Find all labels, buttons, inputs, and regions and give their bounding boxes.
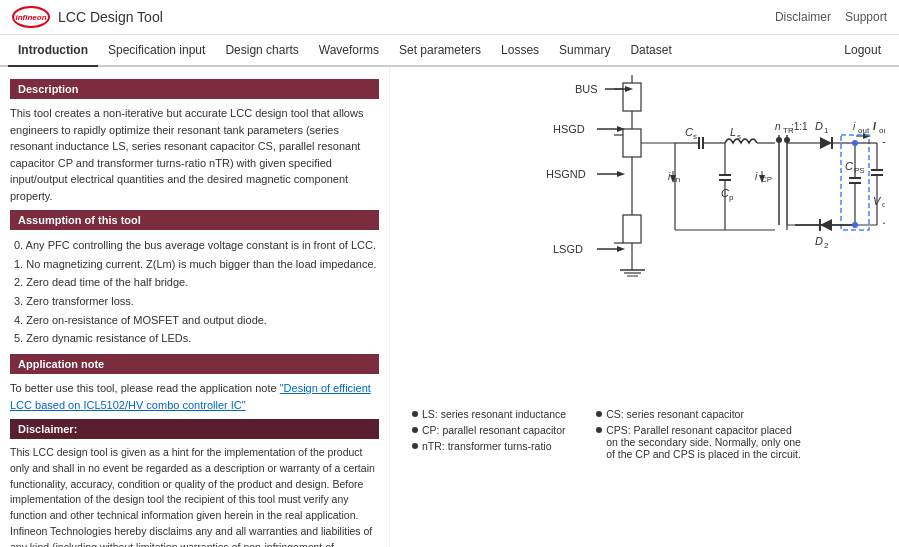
disclaimer-header: Disclaimer: <box>10 419 379 439</box>
right-panel: BUS HSGD HSGND LSGD <box>390 67 899 547</box>
svg-text:o: o <box>882 200 885 209</box>
nav-design-charts[interactable]: Design charts <box>215 35 308 65</box>
main-content: Description This tool creates a non-iter… <box>0 67 899 547</box>
app-title: LCC Design Tool <box>58 9 163 25</box>
nav-losses[interactable]: Losses <box>491 35 549 65</box>
logout-button[interactable]: Logout <box>834 35 891 65</box>
nav-set-parameters[interactable]: Set parameters <box>389 35 491 65</box>
disclaimer-link[interactable]: Disclaimer <box>775 10 831 24</box>
legend-cs-text: CS: series resonant capacitor <box>606 408 744 420</box>
svg-text:HSGD: HSGD <box>553 123 585 135</box>
assumption-0: 0. Any PFC controlling the bus average v… <box>14 236 379 255</box>
svg-text:i: i <box>668 171 671 182</box>
svg-point-98 <box>852 140 858 146</box>
svg-text:D: D <box>815 235 823 247</box>
nav-bar: Introduction Specification input Design … <box>0 35 899 67</box>
legend-ntr-text: nTR: transformer turns-ratio <box>422 440 552 452</box>
svg-marker-95 <box>820 219 832 231</box>
app-note-link[interactable]: "Design of efficient LCC based on ICL510… <box>10 382 371 411</box>
assumption-4: 4. Zero on-resistance of MOSFET and outp… <box>14 311 379 330</box>
description-text: This tool creates a non-iterative but ac… <box>10 105 379 204</box>
svg-text:C: C <box>685 126 693 138</box>
assumptions-list: 0. Any PFC controlling the bus average v… <box>10 236 379 348</box>
support-link[interactable]: Support <box>845 10 887 24</box>
assumption-5: 5. Zero dynamic resistance of LEDs. <box>14 329 379 348</box>
nav-waveforms[interactable]: Waveforms <box>309 35 389 65</box>
svg-text:s: s <box>693 132 697 141</box>
svg-text:i: i <box>853 121 856 132</box>
assumption-1: 1. No magnetizing current. Z(Lm) is much… <box>14 255 379 274</box>
nav-items: Introduction Specification input Design … <box>8 35 682 65</box>
nav-summary[interactable]: Summary <box>549 35 620 65</box>
legend-right: CS: series resonant capacitor CPS: Paral… <box>596 408 806 460</box>
bullet-icon <box>596 427 602 433</box>
svg-text:HSGND: HSGND <box>546 168 586 180</box>
svg-text:C: C <box>845 160 853 172</box>
svg-marker-64 <box>820 137 832 149</box>
nav-dataset[interactable]: Dataset <box>620 35 681 65</box>
svg-text:2: 2 <box>824 241 829 250</box>
svg-text::1:1: :1:1 <box>791 121 808 132</box>
svg-text:i: i <box>755 171 758 182</box>
circuit-legend: LS: series resonant inductance CP: paral… <box>402 408 806 460</box>
nav-introduction[interactable]: Introduction <box>8 35 98 67</box>
svg-text:BUS: BUS <box>575 83 598 95</box>
assumption-2: 2. Zero dead time of the half bridge. <box>14 273 379 292</box>
header: infineon LCC Design Tool Disclaimer Supp… <box>0 0 899 35</box>
svg-text:LSGD: LSGD <box>553 243 583 255</box>
svg-point-46 <box>784 137 790 143</box>
bullet-icon <box>596 411 602 417</box>
svg-text:I: I <box>873 121 876 132</box>
legend-cps: CPS: Parallel resonant capacitor placed … <box>596 424 806 460</box>
infineon-logo: infineon <box>12 6 50 28</box>
legend-cs: CS: series resonant capacitor <box>596 408 806 420</box>
header-links: Disclaimer Support <box>775 10 887 24</box>
legend-left: LS: series resonant inductance CP: paral… <box>412 408 566 460</box>
svg-text:+: + <box>882 136 885 150</box>
bullet-icon <box>412 443 418 449</box>
app-note-header: Application note <box>10 354 379 374</box>
svg-text:L: L <box>730 126 736 138</box>
svg-marker-11 <box>617 246 625 252</box>
nav-specification-input[interactable]: Specification input <box>98 35 215 65</box>
description-header: Description <box>10 79 379 99</box>
svg-rect-20 <box>623 215 641 243</box>
assumptions-header: Assumption of this tool <box>10 210 379 230</box>
bullet-icon <box>412 427 418 433</box>
app-note-text: To better use this tool, please read the… <box>10 380 379 413</box>
svg-point-45 <box>776 137 782 143</box>
svg-point-99 <box>852 222 858 228</box>
svg-text:out: out <box>879 126 885 135</box>
svg-text:1: 1 <box>824 126 829 135</box>
circuit-diagram: BUS HSGD HSGND LSGD <box>405 75 885 398</box>
assumption-3: 3. Zero transformer loss. <box>14 292 379 311</box>
svg-rect-17 <box>623 129 641 157</box>
svg-text:D: D <box>815 120 823 132</box>
svg-text:PS: PS <box>854 166 865 175</box>
legend-cps-text: CPS: Parallel resonant capacitor placed … <box>606 424 806 460</box>
disclaimer-text: This LCC design tool is given as a hint … <box>10 445 379 547</box>
legend-cp-text: CP: parallel resonant capacitor <box>422 424 566 436</box>
legend-ls-text: LS: series resonant inductance <box>422 408 566 420</box>
logo-area: infineon LCC Design Tool <box>12 6 163 28</box>
left-panel: Description This tool creates a non-iter… <box>0 67 390 547</box>
legend-ntr: nTR: transformer turns-ratio <box>412 440 566 452</box>
svg-marker-8 <box>617 171 625 177</box>
legend-cp: CP: parallel resonant capacitor <box>412 424 566 436</box>
legend-ls: LS: series resonant inductance <box>412 408 566 420</box>
svg-marker-2 <box>625 86 633 92</box>
svg-text:n: n <box>775 121 781 132</box>
svg-text:p: p <box>729 193 734 202</box>
bullet-icon <box>412 411 418 417</box>
svg-text:−: − <box>882 216 885 230</box>
